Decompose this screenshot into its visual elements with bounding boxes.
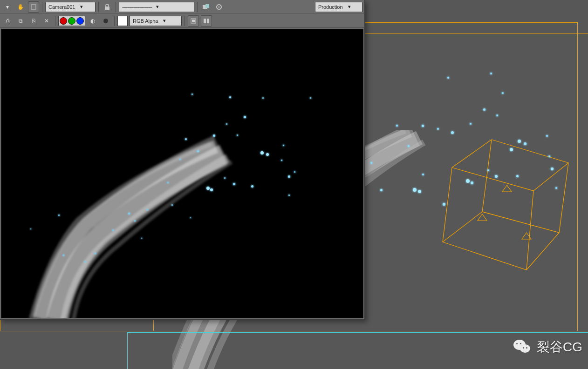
- particle-dot: [422, 125, 424, 127]
- render-toolbar-top: ▾ ✋ Camera001 ▾ ------------------------…: [0, 0, 364, 14]
- channel-red-swatch[interactable]: [60, 17, 67, 25]
- particle-dot: [197, 150, 199, 152]
- particle-dot: [134, 220, 136, 221]
- particle-dot: [171, 204, 173, 206]
- particle-dot: [141, 238, 142, 239]
- particle-dot: [294, 171, 295, 173]
- render-output-image[interactable]: [1, 29, 363, 318]
- render-preset-label: Production: [318, 4, 343, 10]
- particle-dot: [147, 209, 148, 210]
- particle-dot: [179, 159, 181, 160]
- render-trail: [1, 29, 363, 318]
- particle-dot: [237, 134, 238, 136]
- wechat-icon: [513, 339, 532, 356]
- particle-dot: [546, 135, 548, 137]
- copy-icon[interactable]: ⧉: [15, 15, 26, 27]
- particle-dot: [63, 255, 64, 256]
- particle-dot: [206, 187, 210, 190]
- particle-dot: [283, 145, 284, 146]
- particle-dot: [551, 168, 554, 170]
- particle-dot: [490, 73, 492, 74]
- particle-dot: [224, 177, 226, 179]
- particle-dot: [555, 187, 557, 189]
- particle-dot: [408, 145, 410, 147]
- zoom-region-icon[interactable]: [28, 1, 39, 13]
- particle-dot: [190, 217, 191, 218]
- particle-dot: [466, 179, 470, 183]
- particle-dot: [260, 151, 264, 154]
- particle-dot: [447, 77, 449, 79]
- particle-dot: [244, 116, 246, 118]
- particle-dot: [437, 128, 439, 130]
- render-frame-window: ▾ ✋ Camera001 ▾ ------------------------…: [0, 0, 365, 320]
- particle-dot: [487, 169, 489, 171]
- particle-dot: [128, 213, 130, 215]
- channel-mode-dropdown[interactable]: RGB Alpha ▾: [130, 16, 182, 26]
- svg-point-11: [219, 6, 220, 7]
- particle-dot: [185, 138, 187, 140]
- watermark: 裂谷CG: [513, 338, 582, 356]
- svg-rect-6: [31, 5, 36, 9]
- layout-split-icon[interactable]: [201, 15, 212, 27]
- particle-dot: [281, 160, 282, 161]
- svg-rect-14: [192, 20, 195, 22]
- pan-hand-icon[interactable]: ✋: [15, 1, 26, 13]
- particle-dot: [310, 97, 311, 99]
- particle-dot: [471, 181, 473, 184]
- particle-dot: [518, 140, 521, 143]
- preset-override-label: ------------------------: [122, 4, 152, 10]
- delete-icon[interactable]: ✕: [41, 15, 52, 27]
- preset-override-dropdown[interactable]: ------------------------ ▾: [119, 2, 194, 12]
- channel-mode-label: RGB Alpha: [133, 18, 158, 24]
- svg-rect-9: [205, 4, 209, 8]
- particle-dot: [229, 96, 231, 98]
- particle-dot: [213, 134, 215, 137]
- background-color-chip[interactable]: [117, 16, 128, 26]
- particle-dot: [396, 125, 398, 127]
- particle-dot: [251, 185, 253, 188]
- particle-dot: [226, 123, 227, 125]
- svg-rect-7: [105, 7, 109, 10]
- particle-dot: [443, 203, 445, 206]
- particle-dot: [451, 131, 454, 134]
- watermark-text: 裂谷CG: [537, 338, 582, 356]
- mono-toggle-icon[interactable]: [100, 15, 111, 27]
- particle-dot: [167, 182, 169, 183]
- save-icon[interactable]: ⎙: [2, 15, 13, 27]
- clone-icon[interactable]: ⎘: [28, 15, 39, 27]
- particle-dot: [288, 175, 290, 178]
- particle-dot: [30, 228, 31, 229]
- layout-overlay-icon[interactable]: [188, 15, 199, 27]
- particle-dot: [370, 162, 372, 164]
- svg-rect-15: [204, 19, 206, 23]
- particle-dot: [496, 114, 498, 116]
- particle-dot: [380, 189, 383, 191]
- alpha-toggle-icon[interactable]: ◐: [87, 15, 98, 27]
- particle-dot: [112, 229, 114, 231]
- lock-icon[interactable]: [102, 1, 113, 13]
- particle-dot: [413, 188, 417, 192]
- dropdown-narrow[interactable]: ▾: [2, 1, 13, 13]
- camera-dropdown-label: Camera001: [48, 4, 75, 10]
- svg-rect-16: [207, 19, 209, 23]
- camera-dropdown[interactable]: Camera001 ▾: [45, 2, 96, 12]
- particle-dot: [233, 183, 235, 185]
- svg-point-12: [103, 19, 108, 23]
- particle-dot: [266, 153, 269, 156]
- particle-dot: [470, 123, 472, 125]
- channel-green-swatch[interactable]: [68, 17, 75, 25]
- rgb-swatches: [58, 16, 85, 26]
- render-toolbar-channels: ⎙ ⧉ ⎘ ✕ ◐ RGB Alpha ▾: [0, 14, 364, 28]
- particle-dot: [288, 195, 290, 196]
- render-setup-icon[interactable]: [200, 1, 212, 13]
- particle-dot: [95, 253, 96, 254]
- particle-dot: [524, 142, 526, 145]
- particle-dot: [210, 188, 213, 191]
- render-settings-gear-icon[interactable]: [213, 1, 225, 13]
- render-preset-dropdown[interactable]: Production ▾: [315, 2, 362, 12]
- channel-blue-swatch[interactable]: [76, 17, 84, 25]
- particle-dot: [502, 92, 504, 94]
- particle-dot: [495, 175, 498, 178]
- particle-dot: [516, 175, 519, 177]
- particle-dot: [191, 94, 193, 95]
